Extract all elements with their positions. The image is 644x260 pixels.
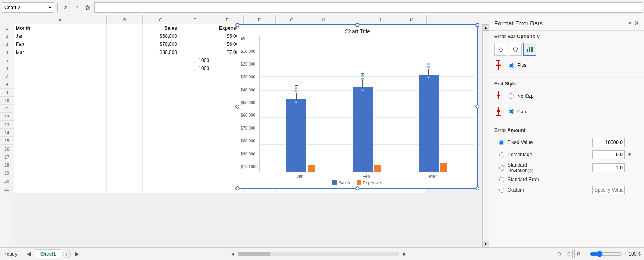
zoom-plus-icon[interactable]: + — [624, 251, 627, 257]
cell-b6[interactable] — [107, 64, 143, 72]
cap-radio[interactable] — [509, 109, 514, 114]
h-scroll-bar[interactable]: ◀ ▶ — [228, 249, 410, 259]
row-header-5[interactable]: 5 — [0, 56, 14, 64]
col-header-J[interactable]: J — [364, 15, 396, 24]
chart-handle-mr[interactable] — [475, 105, 479, 109]
normal-view-icon[interactable]: ⊞ — [555, 250, 563, 258]
border-icon-tab[interactable]: ⬠ — [509, 43, 522, 56]
row-header-2[interactable]: 2 — [0, 32, 14, 40]
cell-c5[interactable] — [143, 56, 179, 64]
cell-b3[interactable] — [107, 40, 143, 48]
custom-radio[interactable] — [499, 188, 504, 193]
std-dev-radio[interactable] — [499, 165, 504, 171]
zoom-minus-icon[interactable]: − — [586, 251, 588, 257]
row-header-20[interactable]: 20 — [0, 177, 14, 185]
col-header-G[interactable]: G — [276, 15, 308, 24]
cell-a7[interactable] — [14, 72, 107, 80]
col-header-I[interactable]: I — [340, 15, 364, 24]
cell-a2[interactable]: Jan — [14, 32, 107, 40]
chart-handle-tl[interactable] — [235, 23, 239, 27]
col-header-D[interactable]: D — [179, 15, 211, 24]
percentage-input[interactable] — [592, 150, 625, 159]
cell-c2[interactable]: $60,000 — [143, 32, 179, 40]
panel-collapse-icon[interactable]: ▼ — [627, 21, 632, 26]
confirm-button[interactable]: ✓ — [72, 3, 82, 12]
zoom-slider[interactable] — [590, 251, 622, 257]
hscroll-track[interactable] — [238, 252, 399, 256]
cell-a6[interactable] — [14, 64, 107, 72]
col-header-C[interactable]: C — [143, 15, 179, 24]
row-header-21[interactable]: 21 — [0, 185, 14, 193]
cell-b1[interactable] — [107, 24, 143, 32]
chart-handle-tr[interactable] — [475, 23, 479, 27]
name-box[interactable]: Chart 2 ▾ — [2, 2, 54, 13]
cell-c1[interactable]: Sales — [143, 24, 179, 32]
row-header-16[interactable]: 16 — [0, 145, 14, 153]
cell-c3[interactable]: $70,000 — [143, 40, 179, 48]
nav-right-button[interactable]: ▶ — [72, 249, 82, 259]
percentage-radio[interactable] — [499, 152, 504, 157]
cancel-button[interactable]: ✕ — [61, 3, 70, 12]
scroll-up-button[interactable]: ▲ — [483, 24, 489, 31]
cell-b2[interactable] — [107, 32, 143, 40]
row-header-6[interactable]: 6 — [0, 64, 14, 72]
scroll-down-button[interactable]: ▼ — [483, 241, 489, 247]
cell-d5[interactable]: 1000 — [179, 56, 211, 64]
row-header-3[interactable]: 3 — [0, 40, 14, 48]
row-header-10[interactable]: 10 — [0, 97, 14, 105]
add-sheet-button[interactable]: + — [63, 250, 71, 258]
no-cap-radio[interactable] — [509, 93, 514, 99]
row-header-14[interactable]: 14 — [0, 129, 14, 137]
row-header-8[interactable]: 8 — [0, 80, 14, 89]
cell-a3[interactable]: Feb — [14, 40, 107, 48]
hscroll-right-button[interactable]: ▶ — [400, 249, 410, 259]
vertical-scrollbar[interactable]: ▲ ▼ — [482, 24, 489, 247]
chart-handle-br[interactable] — [475, 186, 479, 190]
cell-d2[interactable] — [179, 32, 211, 40]
hscroll-left-button[interactable]: ◀ — [228, 249, 237, 259]
chart-handle-tm[interactable] — [355, 23, 359, 27]
nav-left-button[interactable]: ◀ — [24, 249, 33, 259]
page-layout-icon[interactable]: ⊟ — [565, 250, 573, 258]
chart-container[interactable]: Chart Title $100,000 $90,000 $80,000 $70… — [237, 24, 478, 189]
cell-a5[interactable] — [14, 56, 107, 64]
col-header-K[interactable]: K — [396, 15, 427, 24]
row-header-4[interactable]: 4 — [0, 48, 14, 56]
formula-input[interactable] — [94, 2, 642, 13]
name-box-chevron[interactable]: ▾ — [49, 5, 51, 10]
fixed-value-input[interactable] — [592, 138, 625, 147]
row-header-13[interactable]: 13 — [0, 121, 14, 129]
hscroll-thumb[interactable] — [238, 252, 270, 256]
col-header-B[interactable]: B — [107, 15, 143, 24]
row-header-19[interactable]: 19 — [0, 169, 14, 177]
plus-radio[interactable] — [509, 63, 514, 68]
custom-input[interactable] — [592, 186, 625, 194]
row-header-11[interactable]: 11 — [0, 105, 14, 113]
std-dev-input[interactable] — [592, 163, 625, 172]
cell-d1[interactable] — [179, 24, 211, 32]
std-error-radio[interactable] — [499, 177, 504, 182]
page-break-icon[interactable]: ⊠ — [574, 250, 582, 258]
row-header-1[interactable]: 1 — [0, 24, 14, 32]
panel-close-button[interactable]: ✕ — [634, 19, 639, 27]
chart-handle-bl[interactable] — [235, 186, 239, 190]
cell-a4[interactable]: Mar — [14, 48, 107, 56]
row-header-9[interactable]: 9 — [0, 89, 14, 97]
cell-a1[interactable]: Month — [14, 24, 107, 32]
cell-b5[interactable] — [107, 56, 143, 64]
row-header-15[interactable]: 15 — [0, 137, 14, 145]
row-header-17[interactable]: 17 — [0, 153, 14, 161]
row-header-12[interactable]: 12 — [0, 113, 14, 121]
sheet1-tab[interactable]: Sheet1 — [35, 249, 61, 258]
col-header-A[interactable]: A — [14, 15, 107, 24]
cell-d4[interactable] — [179, 48, 211, 56]
fill-icon-tab[interactable]: ◇ — [494, 43, 507, 56]
chart-handle-bm[interactable] — [355, 186, 359, 190]
cell-b4[interactable] — [107, 48, 143, 56]
cell-d3[interactable] — [179, 40, 211, 48]
col-header-E[interactable]: E — [211, 15, 244, 24]
row-header-18[interactable]: 18 — [0, 161, 14, 169]
fixed-value-radio[interactable] — [499, 140, 504, 145]
bar-chart-icon-tab[interactable] — [523, 43, 536, 56]
cell-d6[interactable]: 1000 — [179, 64, 211, 72]
